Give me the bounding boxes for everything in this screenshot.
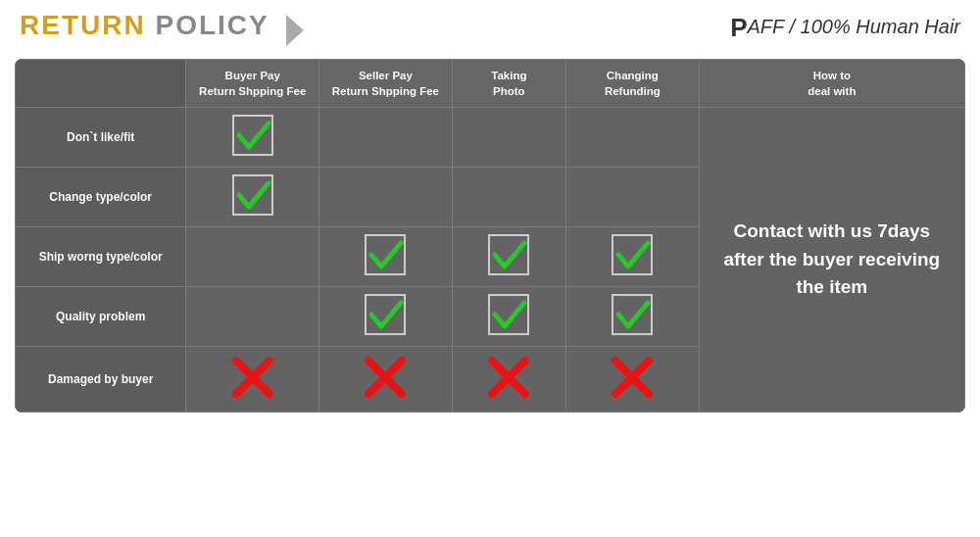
col-header-how-to: How todeal with [699, 59, 964, 107]
col-header-seller-pay: Seller PayReturn Shpping Fee [319, 59, 453, 107]
x-icon [361, 353, 410, 402]
row-label-ship-wrong: Ship worng type/color [16, 226, 186, 286]
check-icon [364, 293, 407, 336]
policy-table-container: Buyer PayReturn Shpping Fee Seller PayRe… [15, 59, 965, 413]
header: RETURN POLICY PAFF / 100% Human Hair [0, 0, 980, 54]
page-title: RETURN POLICY [20, 10, 278, 40]
table-row: Don`t like/fit Contact with us 7days aft… [16, 107, 965, 167]
check-icon [487, 293, 530, 336]
col-header-taking-photo: TakingPhoto [452, 59, 565, 107]
col-header-empty [16, 59, 186, 107]
cell-dont-like-seller [319, 107, 453, 167]
check-icon [364, 233, 407, 276]
check-icon [231, 173, 274, 217]
page-wrapper: RETURN POLICY PAFF / 100% Human Hair Buy… [0, 0, 980, 537]
howto-cell: Contact with us 7days after the buyer re… [699, 107, 964, 412]
check-icon [487, 233, 530, 276]
brand-name: PAFF / 100% Human Hair [730, 13, 960, 43]
return-text: RETURN [20, 10, 146, 40]
cell-dont-like-photo [452, 107, 565, 167]
check-icon [231, 114, 274, 157]
table-header-row: Buyer PayReturn Shpping Fee Seller PayRe… [16, 59, 965, 107]
policy-text: POLICY [146, 10, 270, 40]
cell-ship-wrong-photo [452, 226, 565, 286]
row-label-change-type: Change type/color [16, 167, 186, 226]
cell-damaged-seller [319, 346, 453, 412]
cell-damaged-buyer [186, 346, 319, 412]
policy-table: Buyer PayReturn Shpping Fee Seller PayRe… [15, 59, 965, 413]
title-area: RETURN POLICY [20, 10, 304, 46]
x-icon [608, 353, 657, 402]
row-label-quality: Quality problem [16, 286, 186, 346]
cell-ship-wrong-seller [319, 226, 453, 286]
cell-change-type-photo [452, 167, 565, 226]
cell-change-type-change [565, 167, 699, 226]
cell-damaged-photo [452, 346, 565, 412]
cell-ship-wrong-buyer [186, 226, 319, 286]
row-label-damaged: Damaged by buyer [16, 346, 186, 412]
cell-dont-like-change [565, 107, 699, 167]
cell-quality-buyer [186, 286, 319, 346]
cell-change-type-buyer [186, 167, 319, 226]
cell-quality-seller [319, 286, 453, 346]
col-header-buyer-pay: Buyer PayReturn Shpping Fee [186, 59, 319, 107]
cell-quality-photo [452, 286, 565, 346]
cell-dont-like-buyer [186, 107, 319, 167]
cell-change-type-seller [319, 167, 453, 226]
cell-quality-change [565, 286, 699, 346]
col-header-changing-refunding: ChangingRefunding [565, 59, 699, 107]
x-icon [228, 353, 277, 402]
brand-p-letter: P [730, 13, 747, 42]
check-icon [611, 293, 654, 336]
header-arrow-icon [286, 15, 304, 46]
row-label-dont-like: Don`t like/fit [16, 107, 186, 167]
check-icon [611, 233, 654, 276]
cell-ship-wrong-change [565, 226, 699, 286]
cell-damaged-change [565, 346, 699, 412]
x-icon [484, 353, 533, 402]
brand-rest: AFF / 100% Human Hair [748, 16, 961, 37]
